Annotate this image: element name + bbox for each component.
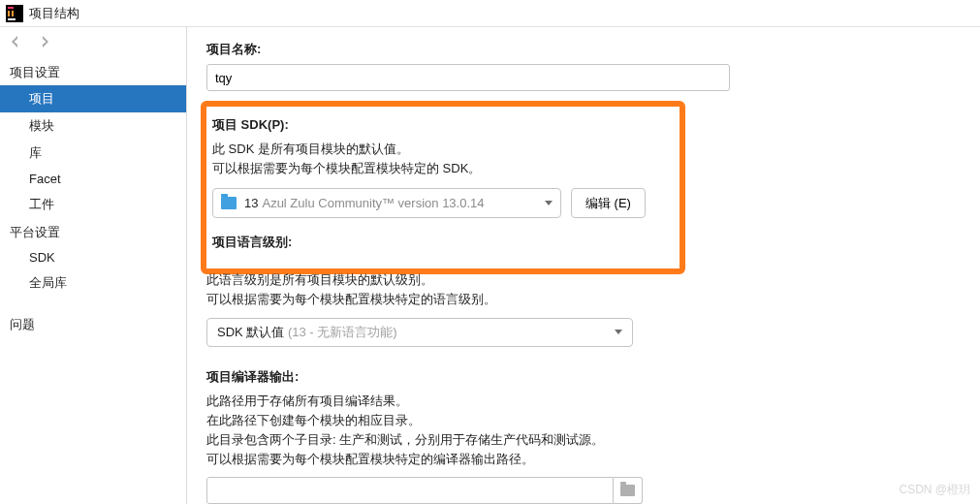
nav-arrows [0,27,186,58]
output-desc-1: 此路径用于存储所有项目编译结果。 [206,392,961,411]
sdk-desc-2: 可以根据需要为每个模块配置模块特定的 SDK。 [212,159,674,178]
folder-icon [620,485,635,496]
titlebar: 项目结构 [0,0,980,27]
sdk-selected-text: 13Azul Zulu Community™ version 13.0.14 [244,196,545,210]
svg-rect-1 [8,7,14,9]
forward-icon[interactable] [37,34,52,52]
sidebar-item-sdk[interactable]: SDK [0,245,186,269]
output-desc-2: 在此路径下创建每个模块的相应目录。 [206,411,961,430]
sidebar-item-problems[interactable]: 问题 [0,310,186,337]
output-desc-3: 此目录包含两个子目录: 生产和测试，分别用于存储生产代码和测试源。 [206,430,961,450]
language-level-selected: SDK 默认值 (13 - 无新语言功能) [217,324,397,341]
sdk-highlight-box: 项目 SDK(P): 此 SDK 是所有项目模块的默认值。 可以根据需要为每个模… [201,101,685,274]
app-icon [6,5,23,22]
browse-output-button[interactable] [614,477,643,504]
lang-desc-2: 可以根据需要为每个模块配置模块特定的语言级别。 [206,290,961,309]
sidebar-group-platform-settings: 平台设置 [0,218,186,245]
compiler-output-label: 项目编译器输出: [206,368,961,386]
back-icon[interactable] [8,34,23,52]
project-name-input[interactable] [206,64,730,91]
window-title: 项目结构 [29,5,79,22]
sdk-desc-1: 此 SDK 是所有项目模块的默认值。 [212,140,674,159]
sidebar-item-artifacts[interactable]: 工件 [0,191,186,218]
project-sdk-label: 项目 SDK(P): [212,116,674,134]
folder-icon [221,197,237,209]
watermark: CSDN @橙玥 [899,482,970,498]
lang-desc-1: 此语言级别是所有项目模块的默认级别。 [206,270,961,290]
edit-sdk-button[interactable]: 编辑 (E) [571,188,646,218]
sidebar: 项目设置 项目 模块 库 Facet 工件 平台设置 SDK 全局库 问题 [0,27,187,504]
sidebar-item-facet[interactable]: Facet [0,167,186,191]
sidebar-item-global-libraries[interactable]: 全局库 [0,269,186,297]
svg-rect-3 [12,11,14,16]
sidebar-group-project-settings: 项目设置 [0,58,186,85]
compiler-output-input[interactable] [206,477,614,504]
chevron-down-icon [615,330,622,334]
sidebar-item-libraries[interactable]: 库 [0,140,186,167]
svg-rect-2 [8,11,10,16]
sidebar-item-modules[interactable]: 模块 [0,112,186,140]
output-desc-4: 可以根据需要为每个模块配置模块特定的编译器输出路径。 [206,450,961,469]
svg-rect-4 [8,18,16,20]
language-level-label: 项目语言级别: [212,234,674,251]
project-name-label: 项目名称: [206,41,961,58]
main-panel: 项目名称: 项目 SDK(P): 此 SDK 是所有项目模块的默认值。 可以根据… [187,27,980,504]
chevron-down-icon [545,201,553,205]
sdk-dropdown[interactable]: 13Azul Zulu Community™ version 13.0.14 [212,188,561,218]
sidebar-item-project[interactable]: 项目 [0,85,186,112]
language-level-dropdown[interactable]: SDK 默认值 (13 - 无新语言功能) [206,318,633,347]
